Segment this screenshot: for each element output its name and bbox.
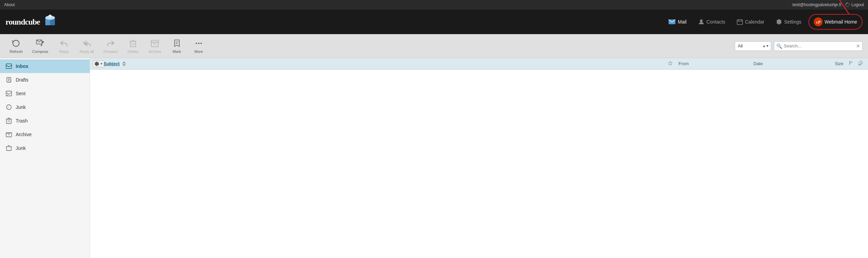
logo-text: roundcube [5, 17, 40, 27]
power-icon [845, 2, 850, 7]
trash-label: Trash [16, 118, 28, 124]
flag-icon [849, 61, 853, 66]
sidebar-item-sent[interactable]: Sent [0, 87, 90, 100]
svg-rect-27 [151, 40, 159, 42]
filter-wrapper: All Unread Flagged Unanswered ▲▼ [735, 41, 771, 51]
mark-icon [172, 39, 182, 48]
logout-label: Logout [851, 2, 864, 7]
delete-icon [128, 39, 138, 48]
top-bar: About testi@hostingpalveluohje.fi Logout [0, 0, 868, 10]
subject-header-label: Subject [104, 61, 120, 66]
svg-rect-21 [42, 41, 44, 43]
archive-folder-icon [5, 131, 12, 138]
sent-icon [5, 90, 12, 97]
compose-button[interactable]: Compose [28, 37, 53, 56]
svg-marker-51 [668, 61, 672, 65]
svg-point-5 [49, 16, 50, 17]
svg-rect-39 [6, 91, 12, 96]
top-bar-right: testi@hostingpalveluohje.fi Logout [792, 2, 864, 7]
delete-label: Delete [128, 49, 138, 54]
logout-button[interactable]: Logout [845, 2, 864, 7]
webmail-home-button[interactable]: cP Webmail Home [808, 14, 863, 30]
subject-column-header[interactable]: Subject [104, 61, 665, 66]
header-checkbox-col: ▼ [93, 60, 104, 67]
mail-icon [668, 19, 676, 25]
nav-items: Mail Contacts Calendar Settings [663, 14, 863, 30]
about-link[interactable]: About [4, 2, 15, 7]
nav-item-mail[interactable]: Mail [663, 16, 691, 27]
cpanel-icon: cP [814, 17, 823, 26]
nav-contacts-label: Contacts [706, 19, 725, 25]
svg-marker-19 [41, 44, 43, 46]
star-sort-icon [668, 61, 673, 66]
compose-label: Compose [32, 49, 48, 54]
svg-point-34 [200, 43, 202, 44]
svg-text:!: ! [8, 106, 9, 109]
webmail-home-label: Webmail Home [825, 19, 857, 25]
reply-all-button[interactable]: Reply all [76, 37, 98, 56]
search-icon: 🔍 [776, 43, 782, 49]
reply-icon [59, 39, 69, 48]
gear-dropdown-arrow: ▼ [100, 62, 103, 66]
size-header-label: Size [835, 61, 843, 66]
contacts-icon [698, 19, 704, 25]
attachment-column-header [856, 61, 865, 67]
svg-rect-22 [130, 41, 136, 47]
inbox-icon [5, 63, 12, 70]
archive-label: Archive [149, 49, 161, 54]
refresh-icon [11, 39, 21, 48]
search-clear-icon[interactable]: ✕ [856, 43, 860, 49]
nav-item-calendar[interactable]: Calendar [732, 16, 769, 28]
refresh-button[interactable]: Refresh [5, 37, 27, 56]
junk-label: Junk [16, 104, 26, 110]
size-column-header: Size [819, 61, 846, 66]
drafts-icon [5, 76, 12, 83]
sent-label: Sent [16, 91, 26, 96]
archive-folder-label: Archive [16, 132, 32, 137]
sidebar: Inbox Drafts [0, 58, 90, 258]
more-button[interactable]: More [189, 37, 209, 56]
delete-button[interactable]: Delete [123, 37, 143, 56]
sidebar-item-trash[interactable]: Trash [0, 114, 90, 128]
reply-button[interactable]: Reply [54, 37, 74, 56]
search-input[interactable] [774, 41, 863, 51]
more-icon [194, 39, 204, 48]
more-label: More [194, 49, 203, 54]
sidebar-item-junk2[interactable]: Junk [0, 141, 90, 155]
sidebar-item-inbox[interactable]: Inbox [0, 59, 90, 73]
junk2-icon [5, 145, 12, 152]
svg-rect-42 [6, 119, 11, 124]
compose-icon [35, 39, 45, 48]
filter-select[interactable]: All Unread Flagged Unanswered [735, 41, 771, 51]
archive-button[interactable]: Archive [145, 37, 165, 56]
forward-label: Forward [104, 49, 117, 54]
cpanel-logo-icon: cP [815, 18, 822, 25]
webmail-home-wrapper: cP Webmail Home [808, 14, 863, 30]
email-area: ▼ Subject From Date [90, 58, 868, 258]
main-layout: Inbox Drafts [0, 58, 868, 258]
subject-sort-icon [122, 61, 126, 66]
sidebar-item-junk[interactable]: ! Junk [0, 100, 90, 114]
settings-icon [776, 19, 782, 25]
mark-button[interactable]: Mark [167, 37, 187, 56]
svg-text:cP: cP [816, 20, 821, 25]
nav-item-settings[interactable]: Settings [771, 16, 806, 28]
forward-icon [106, 39, 115, 48]
mark-label: Mark [173, 49, 181, 54]
forward-button[interactable]: Forward [100, 37, 121, 56]
toolbar-right: All Unread Flagged Unanswered ▲▼ 🔍 ✕ [735, 41, 863, 51]
sidebar-item-archive[interactable]: Archive [0, 128, 90, 141]
junk-icon: ! [5, 104, 12, 111]
svg-point-7 [700, 19, 703, 22]
flag-column-header [846, 61, 856, 67]
toolbar: Refresh Compose Reply [0, 34, 868, 58]
reply-all-icon [82, 39, 92, 48]
nav-item-contacts[interactable]: Contacts [693, 16, 730, 28]
from-column-header: From [676, 61, 751, 66]
date-header-label: Date [753, 61, 763, 66]
svg-rect-35 [6, 64, 12, 69]
column-settings-button[interactable]: ▼ [93, 60, 105, 67]
sidebar-item-drafts[interactable]: Drafts [0, 73, 90, 87]
svg-rect-8 [737, 20, 743, 25]
from-header-label: From [678, 61, 689, 66]
